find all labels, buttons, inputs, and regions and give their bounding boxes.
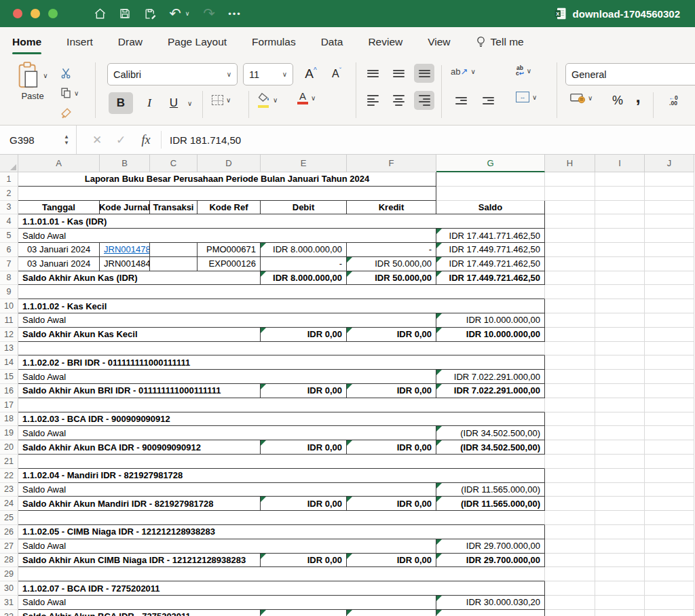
fill-color-chevron-icon[interactable]: ∨ bbox=[273, 96, 278, 104]
cell-I29[interactable] bbox=[595, 567, 645, 581]
cell-B3[interactable]: Kode Jurnal bbox=[100, 201, 150, 215]
cell-I23[interactable] bbox=[595, 483, 645, 497]
cell-J20[interactable] bbox=[645, 440, 694, 455]
cell-H29[interactable] bbox=[545, 567, 595, 581]
cell-I25[interactable] bbox=[595, 511, 645, 525]
cell-G1[interactable] bbox=[436, 172, 545, 187]
cell-E28[interactable]: IDR 0,00 bbox=[261, 554, 347, 568]
cell-I10[interactable] bbox=[595, 299, 645, 313]
cell-F20[interactable]: IDR 0,00 bbox=[347, 440, 436, 455]
orientation-chevron-icon[interactable]: ∨ bbox=[470, 68, 475, 75]
cell-F16[interactable]: IDR 0,00 bbox=[347, 384, 436, 398]
cell-J1[interactable] bbox=[645, 172, 694, 187]
cell-H14[interactable] bbox=[545, 355, 595, 370]
row-header-14[interactable]: 14 bbox=[0, 355, 18, 370]
formula-bar-value[interactable]: IDR 181.714,50 bbox=[170, 126, 241, 154]
row-header-16[interactable]: 16 bbox=[0, 384, 18, 398]
cell-I31[interactable] bbox=[595, 596, 645, 610]
cell-H17[interactable] bbox=[545, 398, 595, 412]
align-bottom-button[interactable] bbox=[414, 64, 434, 83]
redo-icon[interactable]: ↷ bbox=[201, 5, 217, 22]
cell-G3[interactable]: Saldo bbox=[436, 201, 545, 215]
copy-button[interactable]: ∨ bbox=[60, 85, 83, 101]
cell-I1[interactable] bbox=[595, 172, 645, 187]
cell-J18[interactable] bbox=[645, 412, 694, 427]
cell-I14[interactable] bbox=[595, 355, 645, 370]
row-header-30[interactable]: 30 bbox=[0, 581, 18, 596]
cell-J31[interactable] bbox=[645, 596, 694, 610]
cell-H5[interactable] bbox=[545, 229, 595, 243]
fill-color-button[interactable]: ∨ bbox=[258, 92, 278, 108]
cell-E16[interactable]: IDR 0,00 bbox=[261, 384, 347, 398]
comma-style-button[interactable]: , bbox=[630, 87, 646, 106]
row-header-1[interactable]: 1 bbox=[0, 172, 18, 187]
cell-J14[interactable] bbox=[645, 355, 694, 370]
cell-A28[interactable]: Saldo Akhir Akun CIMB Niaga IDR - 121212… bbox=[18, 554, 261, 568]
orientation-button[interactable]: ab↗ ∨ bbox=[451, 66, 476, 77]
cell-E6[interactable]: IDR 8.000.000,00 bbox=[261, 243, 347, 257]
underline-chevron-icon[interactable]: ∨ bbox=[187, 100, 192, 107]
cell-J12[interactable] bbox=[645, 328, 694, 342]
cell-A23[interactable]: Saldo Awal bbox=[18, 483, 436, 497]
cell-H16[interactable] bbox=[545, 384, 595, 398]
borders-chevron-icon[interactable]: ∨ bbox=[226, 96, 231, 104]
cell-F3[interactable]: Kredit bbox=[347, 201, 436, 215]
copy-chevron-icon[interactable]: ∨ bbox=[74, 90, 79, 97]
merge-center-chevron-icon[interactable]: ∨ bbox=[532, 94, 537, 101]
cell-A16[interactable]: Saldo Akhir Akun BRI IDR - 0111111110001… bbox=[18, 384, 261, 398]
cell-F12[interactable]: IDR 0,00 bbox=[347, 328, 436, 342]
cell-I9[interactable] bbox=[595, 285, 645, 299]
cell-A10[interactable]: 1.1.01.02 - Kas Kecil bbox=[18, 299, 545, 313]
cell-H18[interactable] bbox=[545, 412, 595, 427]
cell-A2[interactable] bbox=[18, 187, 436, 201]
column-header-G[interactable]: G bbox=[436, 155, 545, 172]
cell-C6[interactable] bbox=[150, 243, 198, 257]
cell-I24[interactable] bbox=[595, 497, 645, 511]
cell-H25[interactable] bbox=[545, 511, 595, 525]
cell-G31[interactable]: IDR 30.000.030,20 bbox=[436, 596, 545, 610]
cell-H6[interactable] bbox=[545, 243, 595, 257]
cell-H30[interactable] bbox=[545, 581, 595, 596]
cell-J23[interactable] bbox=[645, 483, 694, 497]
row-header-10[interactable]: 10 bbox=[0, 299, 18, 313]
row-header-23[interactable]: 23 bbox=[0, 483, 18, 497]
cell-G20[interactable]: (IDR 34.502.500,00) bbox=[436, 440, 545, 455]
cell-I18[interactable] bbox=[595, 412, 645, 427]
tab-insert[interactable]: Insert bbox=[67, 27, 93, 57]
cell-H2[interactable] bbox=[545, 187, 595, 201]
row-header-5[interactable]: 5 bbox=[0, 229, 18, 243]
row-header-20[interactable]: 20 bbox=[0, 440, 18, 455]
italic-button[interactable]: I bbox=[138, 92, 160, 114]
cell-J27[interactable] bbox=[645, 539, 694, 554]
cell-F28[interactable]: IDR 0,00 bbox=[347, 554, 436, 568]
cell-J28[interactable] bbox=[645, 554, 694, 568]
cell-J25[interactable] bbox=[645, 511, 694, 525]
cell-I11[interactable] bbox=[595, 313, 645, 328]
cell-A27[interactable]: Saldo Awal bbox=[18, 539, 436, 554]
cell-D6[interactable]: PMO000671 bbox=[198, 243, 261, 257]
cell-G23[interactable]: (IDR 11.565.000,00) bbox=[436, 483, 545, 497]
cell-C3[interactable]: Transaksi bbox=[150, 201, 198, 215]
cell-I17[interactable] bbox=[595, 398, 645, 412]
cell-H23[interactable] bbox=[545, 483, 595, 497]
tab-page-layout[interactable]: Page Layout bbox=[168, 27, 227, 57]
cell-I8[interactable] bbox=[595, 271, 645, 286]
zoom-window-button[interactable] bbox=[48, 9, 58, 18]
cell-J17[interactable] bbox=[645, 398, 694, 412]
cell-H28[interactable] bbox=[545, 554, 595, 568]
cell-H15[interactable] bbox=[545, 370, 595, 384]
cell-F8[interactable]: IDR 50.000,00 bbox=[347, 271, 436, 286]
cell-A24[interactable]: Saldo Akhir Akun Mandiri IDR - 821927981… bbox=[18, 497, 261, 511]
cell-J21[interactable] bbox=[645, 455, 694, 469]
cell-I26[interactable] bbox=[595, 525, 645, 539]
row-header-13[interactable]: 13 bbox=[0, 342, 18, 356]
cell-E7[interactable]: - bbox=[261, 257, 347, 271]
cell-I4[interactable] bbox=[595, 214, 645, 229]
column-header-I[interactable]: I bbox=[595, 155, 645, 172]
decrease-decimal-button[interactable]: — bbox=[688, 91, 695, 110]
cell-J26[interactable] bbox=[645, 525, 694, 539]
row-header-12[interactable]: 12 bbox=[0, 328, 18, 342]
underline-button[interactable]: U bbox=[163, 92, 185, 114]
cell-H8[interactable] bbox=[545, 271, 595, 286]
cell-J22[interactable] bbox=[645, 469, 694, 483]
